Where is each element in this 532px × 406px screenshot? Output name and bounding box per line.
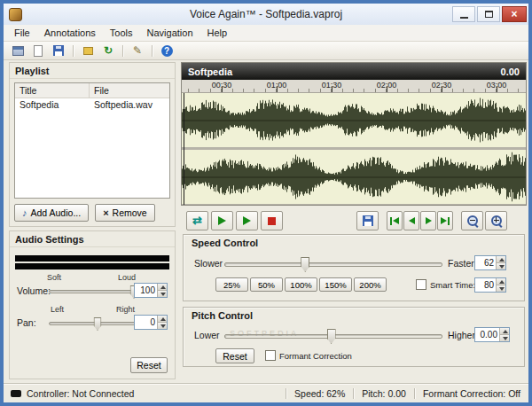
close-button[interactable]: × [502,6,527,22]
loud-label: Loud [118,273,136,282]
minimize-button[interactable] [452,6,475,22]
pitch-control-title: Pitch Control [184,308,524,321]
waveform-right-channel[interactable] [182,150,526,204]
column-header-file[interactable]: File [90,83,169,98]
column-header-title[interactable]: Title [15,83,90,98]
titlebar[interactable]: Voice Again™ - Softpedia.vaproj × [4,4,528,25]
refresh-button[interactable]: ↻ [99,43,117,59]
play-selection-button[interactable] [236,211,258,230]
pan-spinner[interactable]: 0 [134,315,168,330]
menu-navigation[interactable]: Navigation [140,26,200,40]
speed-preset-50[interactable]: 50% [250,277,283,292]
toolbar-separator [152,45,153,57]
smart-time-spin-up[interactable] [497,278,505,285]
speed-control-group: Speed Control Slower Faster 62 25% 50% 1… [183,234,525,301]
formant-correction-checkbox[interactable] [265,350,276,361]
go-end-button[interactable] [437,211,453,230]
volume-spinner[interactable]: 100 [134,283,168,298]
new-file-icon [34,45,43,57]
pitch-spin-up[interactable] [500,328,509,335]
speed-preset-150[interactable]: 150% [319,277,352,292]
speed-spin-down[interactable] [497,263,505,269]
save-button[interactable] [50,43,67,59]
play-selection-icon [243,216,251,225]
menu-file[interactable]: File [7,26,37,40]
speed-preset-25[interactable]: 25% [215,277,248,292]
left-label: Left [51,305,64,314]
loop-icon: ⇄ [192,215,202,226]
volume-spin-up[interactable] [158,284,167,291]
pan-spin-up[interactable] [158,316,167,323]
menu-help[interactable]: Help [200,26,235,40]
volume-slider[interactable] [49,290,146,293]
pan-slider-thumb[interactable] [94,317,102,331]
project-button[interactable] [9,43,27,59]
speed-spinner[interactable]: 62 [474,255,506,270]
pan-slider[interactable] [49,322,146,325]
speed-preset-100[interactable]: 100% [285,277,317,292]
soft-label: Soft [47,273,61,282]
menu-annotations[interactable]: Annotations [37,26,103,40]
ruler-label: 01:30 [322,81,342,90]
volume-spin-buttons [157,284,167,297]
speed-status: Speed: 62% [286,388,353,399]
speed-slider[interactable] [224,262,442,267]
play-button[interactable] [211,211,233,230]
waveform-channels[interactable] [182,93,526,205]
pan-row: Left Right Pan: 0 [17,305,168,334]
waveform-title: Softpedia [188,66,232,77]
maximize-button[interactable] [477,6,500,22]
status-bar: Controller: Not Connected Speed: 62% Pit… [4,383,528,402]
pitch-spin-down[interactable] [500,335,509,341]
go-start-button[interactable] [387,211,403,230]
help-button[interactable]: ? [158,43,176,59]
toolbar-separator [73,45,74,57]
playback-cursor[interactable] [184,93,184,205]
waveform-left-channel[interactable] [182,93,526,147]
pitch-slider[interactable] [224,334,442,339]
pitch-spinner[interactable]: 0.00 [474,327,510,342]
close-icon: × [511,8,517,20]
pan-spin-down[interactable] [158,323,167,329]
speed-preset-200[interactable]: 200% [354,277,387,292]
prev-icon [409,217,415,224]
prev-button[interactable] [403,211,419,230]
zoom-in-icon [490,215,503,227]
audio-settings-header: Audio Settings [10,231,175,247]
add-audio-button[interactable]: ♪ Add Audio... [14,204,89,222]
speed-slider-thumb[interactable] [301,257,309,272]
smart-time-spin-down[interactable] [497,285,505,292]
edit-button[interactable]: ✎ [129,43,146,59]
time-ruler[interactable]: 00:30 01:00 01:30 02:00 02:30 03:00 [182,80,526,93]
annotations-button[interactable] [79,43,97,59]
volume-spin-down[interactable] [158,291,167,297]
zoom-out-button[interactable] [461,211,483,230]
audio-reset-button[interactable]: Reset [130,357,168,373]
playlist-list[interactable]: Title File Softpedia Softpedia.wav [14,82,170,199]
smart-time-checkbox[interactable] [416,279,426,290]
volume-row: Soft Loud Volume: 100 [17,273,168,302]
playback-position: 0.00 [501,66,520,77]
playlist-row[interactable]: Softpedia Softpedia.wav [15,98,169,113]
remove-label: Remove [113,207,147,218]
zoom-in-button[interactable] [485,211,507,230]
remove-button[interactable]: × Remove [95,204,155,222]
pitch-status: Pitch: 0.00 [353,388,414,399]
export-button[interactable] [356,211,379,230]
pitch-control-group: Pitch Control Lower SOFTPEDIA Higher 0.0… [183,307,525,367]
menu-tools[interactable]: Tools [103,26,140,40]
level-meter-left [15,255,169,262]
new-button[interactable] [29,43,47,59]
speed-spin-up[interactable] [497,256,505,263]
playlist-buttons: ♪ Add Audio... × Remove [14,204,155,222]
pitch-value: 0.00 [475,328,499,341]
project-icon [12,46,24,56]
toolbar-separator [122,45,123,57]
pitch-reset-button[interactable]: Reset [215,348,254,363]
stop-button[interactable] [261,211,283,230]
next-button[interactable] [420,211,436,230]
level-meter-right [15,263,169,269]
pitch-slider-thumb[interactable] [327,329,336,344]
loop-button[interactable]: ⇄ [186,211,208,230]
smart-time-spinner[interactable]: 80 [474,277,506,293]
